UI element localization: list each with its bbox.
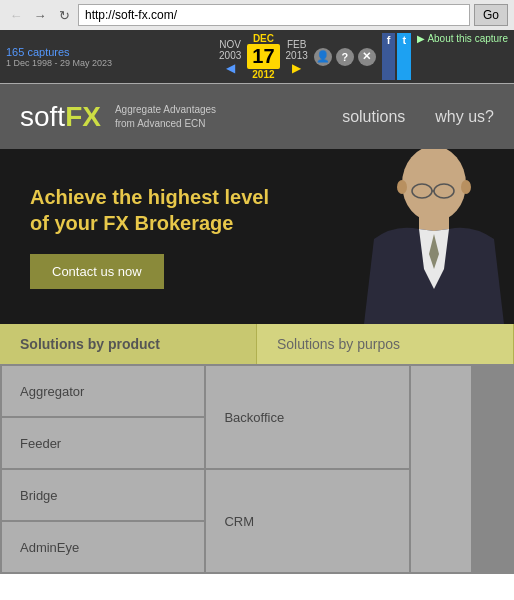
hero-title: Achieve the highest level of your FX Bro… bbox=[30, 184, 484, 236]
hero-title-line2: of your FX Brokerage bbox=[30, 210, 484, 236]
hero-title-line1: Achieve the highest level bbox=[30, 184, 484, 210]
month-nov: NOV bbox=[219, 39, 241, 50]
solution-feeder[interactable]: Feeder bbox=[2, 418, 204, 468]
month-dec: DEC bbox=[247, 33, 279, 44]
logo-area: soft FX Aggregate Advantages from Advanc… bbox=[20, 101, 216, 133]
solutions-grid: Aggregator Feeder Bridge AdminEye Backof… bbox=[0, 364, 514, 574]
solutions-right-column: Backoffice CRM bbox=[206, 366, 408, 572]
captures-link[interactable]: 165 captures bbox=[6, 46, 112, 58]
date-range: 1 Dec 1998 - 29 May 2023 bbox=[6, 58, 112, 68]
tab-solutions-by-product[interactable]: Solutions by product bbox=[0, 324, 257, 364]
wayback-months: NOV 2003 ◀ DEC 17 2012 FEB 2013 ▶ bbox=[219, 33, 308, 80]
arrow-right[interactable]: ▶ bbox=[286, 61, 308, 75]
site-nav: solutions why us? bbox=[342, 108, 494, 126]
refresh-button[interactable]: ↻ bbox=[54, 5, 74, 25]
logo[interactable]: soft FX bbox=[20, 101, 101, 133]
solution-bridge[interactable]: Bridge bbox=[2, 470, 204, 520]
solution-crm[interactable]: CRM bbox=[206, 470, 408, 572]
facebook-icon[interactable]: f bbox=[382, 33, 396, 80]
address-text: http://soft-fx.com/ bbox=[85, 8, 177, 22]
address-bar[interactable]: http://soft-fx.com/ bbox=[78, 4, 470, 26]
browser-nav-bar: ← → ↻ http://soft-fx.com/ Go bbox=[0, 0, 514, 30]
back-button[interactable]: ← bbox=[6, 5, 26, 25]
help-icon[interactable]: ? bbox=[336, 48, 354, 66]
wayback-active-day[interactable]: 17 bbox=[247, 44, 279, 69]
wayback-icons: 👤 ? ✕ bbox=[314, 33, 376, 80]
year-2012: 2012 bbox=[247, 69, 279, 80]
year-2013: 2013 bbox=[286, 50, 308, 61]
browser-chrome: ← → ↻ http://soft-fx.com/ Go 165 capture… bbox=[0, 0, 514, 84]
hero-text: Achieve the highest level of your FX Bro… bbox=[0, 164, 514, 309]
solutions-partial-column bbox=[411, 366, 471, 572]
user-icon[interactable]: 👤 bbox=[314, 48, 332, 66]
go-button[interactable]: Go bbox=[474, 4, 508, 26]
tab-solutions-by-purpose[interactable]: Solutions by purpos bbox=[257, 324, 514, 364]
wayback-url-area: 165 captures 1 Dec 1998 - 29 May 2023 bbox=[6, 33, 213, 80]
solution-admineye[interactable]: AdminEye bbox=[2, 522, 204, 572]
nav-why-us[interactable]: why us? bbox=[435, 108, 494, 126]
solutions-tabs: Solutions by product Solutions by purpos bbox=[0, 324, 514, 364]
solution-backoffice[interactable]: Backoffice bbox=[206, 366, 408, 468]
arrow-left[interactable]: ◀ bbox=[219, 61, 241, 75]
month-feb: FEB bbox=[286, 39, 308, 50]
about-capture-link[interactable]: ▶ About this capture bbox=[417, 33, 508, 80]
wayback-toolbar: 165 captures 1 Dec 1998 - 29 May 2023 NO… bbox=[0, 30, 514, 83]
hero-section: Achieve the highest level of your FX Bro… bbox=[0, 149, 514, 324]
logo-fx: FX bbox=[65, 101, 101, 133]
year-2003: 2003 bbox=[219, 50, 241, 61]
site-header: soft FX Aggregate Advantages from Advanc… bbox=[0, 84, 514, 149]
social-icons: f t bbox=[382, 33, 411, 80]
tagline-line2: from Advanced ECN bbox=[115, 117, 216, 131]
contact-us-button[interactable]: Contact us now bbox=[30, 254, 164, 289]
solutions-left-column: Aggregator Feeder Bridge AdminEye bbox=[2, 366, 204, 572]
close-icon[interactable]: ✕ bbox=[358, 48, 376, 66]
tagline: Aggregate Advantages from Advanced ECN bbox=[115, 103, 216, 131]
nav-solutions[interactable]: solutions bbox=[342, 108, 405, 126]
solution-aggregator[interactable]: Aggregator bbox=[2, 366, 204, 416]
forward-button[interactable]: → bbox=[30, 5, 50, 25]
tagline-line1: Aggregate Advantages bbox=[115, 103, 216, 117]
twitter-icon[interactable]: t bbox=[397, 33, 411, 80]
logo-soft: soft bbox=[20, 101, 65, 133]
